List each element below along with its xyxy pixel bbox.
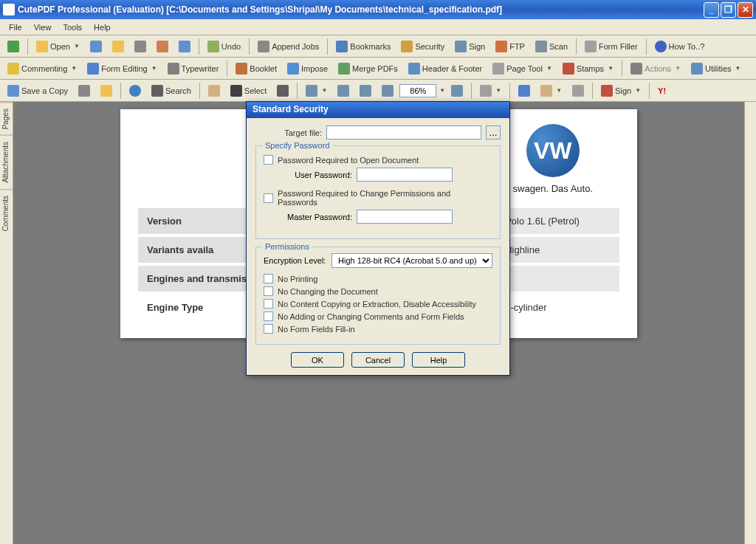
undo-button[interactable]: Undo bbox=[203, 38, 245, 55]
app-icon bbox=[3, 4, 15, 16]
utilities-button[interactable]: Utilities▼ bbox=[687, 60, 745, 78]
vw-logo: VW swagen. Das Auto. bbox=[513, 124, 593, 194]
browse-button[interactable]: ... bbox=[486, 125, 501, 140]
how-to-button[interactable]: How To..? bbox=[650, 38, 709, 55]
no-formfill-label: No Form Fields Fill-in bbox=[278, 325, 355, 334]
no-comments-checkbox[interactable] bbox=[264, 311, 273, 321]
target-file-input[interactable] bbox=[326, 125, 481, 140]
typewriter-button[interactable]: Typewriter bbox=[163, 60, 224, 78]
encryption-level-label: Encryption Level: bbox=[264, 256, 327, 265]
vw-slogan: swagen. Das Auto. bbox=[513, 183, 593, 194]
title-bar: CutePDF Professional (Evaluation) [C:\Do… bbox=[0, 0, 756, 19]
stamps-button[interactable]: Stamps▼ bbox=[558, 60, 618, 78]
note-button[interactable] bbox=[568, 82, 588, 100]
specify-password-group: Specify Password Password Required to Op… bbox=[255, 145, 501, 239]
permissions-legend: Permissions bbox=[262, 242, 312, 251]
form-editing-button[interactable]: Form Editing▼ bbox=[83, 60, 161, 78]
fit-page-button[interactable] bbox=[333, 82, 354, 100]
ftp-button[interactable]: FTP bbox=[491, 38, 529, 55]
no-printing-label: No Printing bbox=[278, 275, 317, 283]
zoom-in-button[interactable]: ▼ bbox=[301, 82, 331, 100]
layers-button[interactable] bbox=[96, 82, 117, 100]
highlight-button[interactable]: ▼ bbox=[536, 82, 566, 100]
yahoo-button[interactable]: Y! bbox=[653, 83, 670, 98]
no-changing-label: No Changing the Document bbox=[278, 287, 378, 296]
save-button[interactable] bbox=[86, 38, 106, 55]
master-password-label: Master Password: bbox=[278, 213, 352, 221]
no-comments-label: No Adding or Changing Comments and Form … bbox=[278, 312, 464, 321]
menu-bar: File View Tools Help bbox=[0, 19, 756, 35]
toolbar-edit: Commenting▼ Form Editing▼ Typewriter Boo… bbox=[0, 58, 756, 80]
no-changing-checkbox[interactable] bbox=[264, 286, 273, 296]
impose-button[interactable]: Impose bbox=[283, 60, 332, 78]
merge-pdfs-button[interactable]: Merge PDFs bbox=[334, 60, 402, 78]
page-tool-button[interactable]: Page Tool▼ bbox=[488, 60, 557, 78]
window-title: CutePDF Professional (Evaluation) [C:\Do… bbox=[18, 4, 704, 15]
form-filler-button[interactable]: Form Filler bbox=[580, 38, 642, 55]
hand-tool-button[interactable] bbox=[204, 82, 224, 100]
password-change-checkbox[interactable] bbox=[264, 193, 273, 203]
menu-view[interactable]: View bbox=[28, 21, 58, 33]
tab-comments[interactable]: Comments bbox=[0, 189, 13, 237]
user-password-label: User Password: bbox=[278, 171, 352, 179]
password-open-checkbox[interactable] bbox=[264, 155, 273, 165]
target-file-label: Target file: bbox=[255, 128, 322, 137]
mail-button[interactable] bbox=[152, 38, 173, 55]
print-button[interactable] bbox=[130, 38, 151, 55]
save-copy-button[interactable]: Save a Copy bbox=[3, 82, 72, 100]
zoom-input[interactable] bbox=[399, 84, 436, 97]
no-copying-checkbox[interactable] bbox=[264, 299, 273, 309]
master-password-input[interactable] bbox=[357, 210, 453, 224]
web-button[interactable] bbox=[125, 82, 145, 100]
scan-button[interactable]: Scan bbox=[531, 38, 572, 55]
select-tool-button[interactable]: Select bbox=[226, 82, 272, 100]
toolbar-view: Save a Copy Search Select ▼ ▼ ▼ ▼ Sign▼ … bbox=[0, 80, 756, 102]
cancel-button[interactable]: Cancel bbox=[351, 352, 405, 368]
menu-help[interactable]: Help bbox=[88, 21, 117, 33]
security-dialog: Standard Security Target file: ... Speci… bbox=[246, 101, 510, 376]
no-formfill-checkbox[interactable] bbox=[264, 324, 273, 334]
encryption-level-select[interactable]: High 128-bit RC4 (Acrobat 5.0 and up) bbox=[331, 253, 492, 268]
abc-button[interactable] bbox=[514, 82, 535, 100]
actions-button[interactable]: Actions▼ bbox=[626, 60, 685, 78]
new-button[interactable] bbox=[3, 38, 24, 55]
snapshot-button[interactable] bbox=[272, 82, 293, 100]
vertical-scrollbar[interactable] bbox=[744, 102, 756, 544]
export-button[interactable] bbox=[174, 38, 195, 55]
password-change-label: Password Required to Change Permissions … bbox=[278, 189, 492, 207]
ok-button[interactable]: OK bbox=[291, 352, 344, 368]
dialog-title: Standard Security bbox=[247, 102, 509, 118]
zoom-out-button[interactable] bbox=[377, 82, 398, 100]
commenting-button[interactable]: Commenting▼ bbox=[3, 60, 81, 78]
close-button[interactable]: ✕ bbox=[738, 2, 753, 18]
password-open-label: Password Required to Open Document bbox=[278, 156, 419, 165]
sign-button-2[interactable]: Sign▼ bbox=[597, 82, 645, 100]
no-copying-label: No Content Copying or Extraction, Disabl… bbox=[278, 300, 476, 309]
menu-tools[interactable]: Tools bbox=[57, 21, 88, 33]
rotate-button[interactable]: ▼ bbox=[475, 82, 506, 100]
print-button-2[interactable] bbox=[74, 82, 94, 100]
header-footer-button[interactable]: Header & Footer bbox=[404, 60, 487, 78]
folder-button[interactable] bbox=[108, 38, 128, 55]
help-button[interactable]: Help bbox=[412, 352, 465, 368]
minimize-button[interactable]: _ bbox=[704, 2, 719, 18]
vw-logo-icon: VW bbox=[526, 124, 580, 177]
tab-attachments[interactable]: Attachments bbox=[0, 135, 13, 189]
maximize-button[interactable]: ❐ bbox=[721, 2, 736, 18]
security-button[interactable]: Security bbox=[396, 38, 449, 55]
zoom-plus-button[interactable] bbox=[447, 82, 467, 100]
fit-width-button[interactable] bbox=[355, 82, 376, 100]
no-printing-checkbox[interactable] bbox=[264, 274, 273, 283]
bookmarks-button[interactable]: Bookmarks bbox=[331, 38, 395, 55]
permissions-group: Permissions Encryption Level: High 128-b… bbox=[255, 247, 501, 345]
tab-pages[interactable]: Pages bbox=[0, 102, 13, 135]
sign-button[interactable]: Sign bbox=[450, 38, 489, 55]
menu-file[interactable]: File bbox=[3, 21, 28, 33]
append-jobs-button[interactable]: Append Jobs bbox=[253, 38, 323, 55]
booklet-button[interactable]: Booklet bbox=[231, 60, 281, 78]
toolbar-main: Open▼ Undo Append Jobs Bookmarks Securit… bbox=[0, 35, 756, 58]
open-button[interactable]: Open▼ bbox=[32, 38, 84, 55]
search-button[interactable]: Search bbox=[147, 82, 196, 100]
sidebar-tabs: Pages Attachments Comments bbox=[0, 102, 13, 544]
user-password-input[interactable] bbox=[357, 168, 453, 182]
